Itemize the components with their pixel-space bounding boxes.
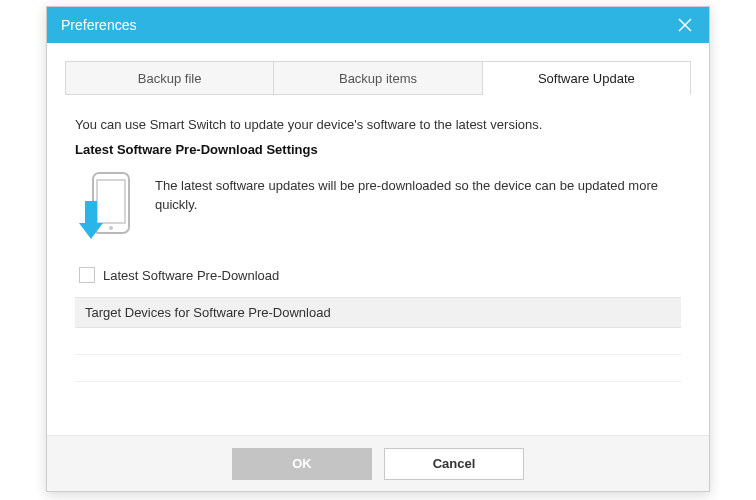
- svg-marker-6: [79, 223, 103, 239]
- cancel-button[interactable]: Cancel: [384, 448, 524, 480]
- tab-backup-items[interactable]: Backup items: [274, 61, 482, 95]
- list-item: [75, 328, 681, 355]
- description-text: The latest software updates will be pre-…: [155, 171, 681, 215]
- phone-download-icon: [79, 171, 137, 245]
- tab-label: Software Update: [538, 71, 635, 86]
- list-item: [75, 355, 681, 382]
- tab-software-update[interactable]: Software Update: [483, 61, 691, 95]
- software-update-panel: You can use Smart Switch to update your …: [65, 95, 691, 386]
- title-bar: Preferences: [47, 7, 709, 43]
- button-label: Cancel: [433, 456, 476, 471]
- button-label: OK: [292, 456, 312, 471]
- svg-rect-5: [85, 201, 97, 223]
- pre-download-checkbox-row: Latest Software Pre-Download: [79, 267, 681, 283]
- tab-label: Backup items: [339, 71, 417, 86]
- pre-download-checkbox[interactable]: [79, 267, 95, 283]
- intro-text: You can use Smart Switch to update your …: [75, 117, 681, 132]
- svg-rect-3: [97, 180, 125, 223]
- target-devices-list: [75, 328, 681, 386]
- close-icon: [678, 18, 692, 32]
- checkbox-label: Latest Software Pre-Download: [103, 268, 279, 283]
- ok-button[interactable]: OK: [232, 448, 372, 480]
- tab-label: Backup file: [138, 71, 202, 86]
- window-title: Preferences: [61, 17, 136, 33]
- content-area: Backup file Backup items Software Update…: [47, 43, 709, 386]
- section-title: Latest Software Pre-Download Settings: [75, 142, 681, 157]
- tab-bar: Backup file Backup items Software Update: [65, 61, 691, 95]
- tab-backup-file[interactable]: Backup file: [65, 61, 274, 95]
- preferences-dialog: Preferences Backup file Backup items Sof…: [46, 6, 710, 492]
- target-devices-header: Target Devices for Software Pre-Download: [75, 297, 681, 328]
- dialog-footer: OK Cancel: [47, 435, 709, 491]
- description-row: The latest software updates will be pre-…: [75, 171, 681, 245]
- svg-point-4: [109, 226, 113, 230]
- close-button[interactable]: [673, 13, 697, 37]
